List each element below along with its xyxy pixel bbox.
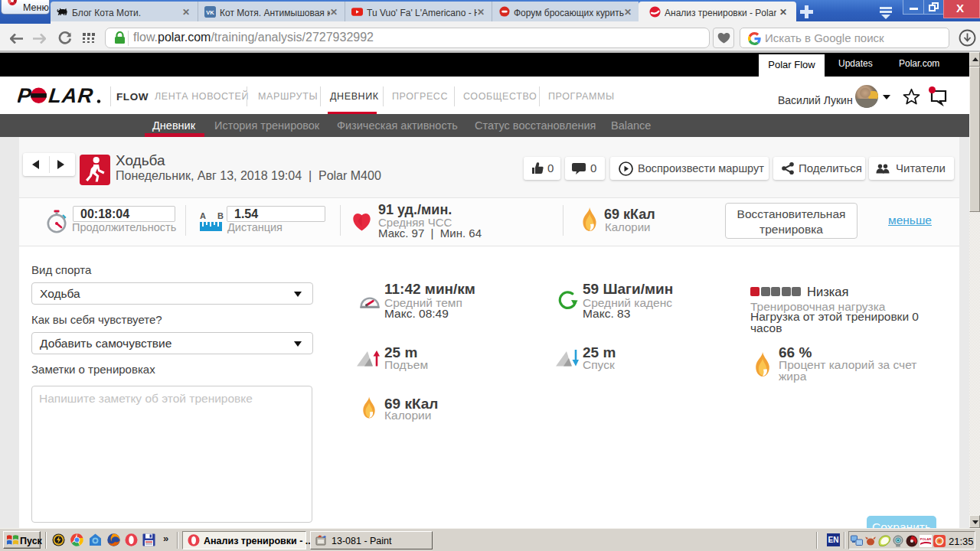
svg-text:LAR: LAR xyxy=(47,86,95,105)
svg-text:VK: VK xyxy=(206,9,214,16)
svg-text:POLAR: POLAR xyxy=(920,537,932,541)
